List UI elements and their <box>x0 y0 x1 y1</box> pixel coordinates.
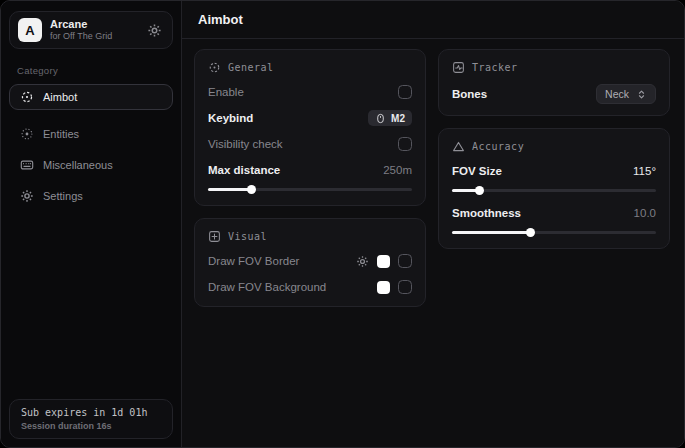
visibility-check-checkbox[interactable] <box>398 137 412 151</box>
bones-selected-value: Neck <box>605 88 629 100</box>
card-title: General <box>228 62 274 73</box>
fov-size-value: 115° <box>633 165 656 177</box>
fov-background-checkbox[interactable] <box>398 280 412 294</box>
card-title: Accuracy <box>472 141 524 152</box>
smoothness-value: 10.0 <box>634 207 656 219</box>
fov-size-slider[interactable] <box>452 186 656 195</box>
visibility-check-row: Visibility check <box>208 136 412 152</box>
sidebar-item-label: Settings <box>43 190 83 202</box>
sparkle-box-icon <box>208 230 221 243</box>
sidebar-nav: Aimbot Entities Miscellaneous Settings <box>9 84 173 209</box>
enable-label: Enable <box>208 86 244 98</box>
card-title: Tracker <box>472 62 518 73</box>
card-title: Visual <box>228 231 267 242</box>
chevrons-up-down-icon <box>636 89 647 100</box>
session-duration-text: Session duration 16s <box>21 421 161 431</box>
brand-gear-icon[interactable] <box>147 23 162 38</box>
category-label: Category <box>17 65 165 76</box>
fov-border-gear-icon[interactable] <box>356 255 369 268</box>
visibility-check-label: Visibility check <box>208 138 283 150</box>
sidebar-item-entities[interactable]: Entities <box>9 121 173 147</box>
fov-background-row: Draw FOV Background <box>208 279 412 295</box>
sidebar-item-label: Aimbot <box>43 91 77 103</box>
sidebar-item-aimbot[interactable]: Aimbot <box>9 84 173 110</box>
max-distance-row: Max distance 250m <box>208 162 412 178</box>
app-tagline: for Off The Grid <box>50 31 139 42</box>
fov-border-checkbox[interactable] <box>398 254 412 268</box>
enable-checkbox[interactable] <box>398 85 412 99</box>
max-distance-label: Max distance <box>208 164 280 176</box>
keybind-value: M2 <box>391 113 405 124</box>
triangle-icon <box>452 140 465 153</box>
radar-icon <box>20 127 34 141</box>
smoothness-label: Smoothness <box>452 207 521 219</box>
fov-border-row: Draw FOV Border <box>208 253 412 269</box>
tracker-card: Tracker Bones Neck <box>438 49 670 116</box>
enable-row: Enable <box>208 84 412 100</box>
page-title: Aimbot <box>198 12 243 27</box>
sidebar-item-label: Entities <box>43 128 79 140</box>
sidebar-item-label: Miscellaneous <box>43 159 113 171</box>
slider-thumb[interactable] <box>475 186 484 195</box>
subscription-info-card: Sub expires in 1d 01h Session duration 1… <box>9 399 173 439</box>
fov-background-label: Draw FOV Background <box>208 281 326 293</box>
smoothness-slider[interactable] <box>452 228 656 237</box>
max-distance-slider[interactable] <box>208 185 412 194</box>
keybind-button[interactable]: M2 <box>368 110 412 126</box>
mouse-icon <box>375 113 386 124</box>
smoothness-row: Smoothness 10.0 <box>452 205 656 221</box>
main-panel: Aimbot General Enable Ke <box>181 1 684 447</box>
sidebar-item-settings[interactable]: Settings <box>9 183 173 209</box>
fov-border-color-swatch[interactable] <box>377 255 390 268</box>
keybind-row: Keybind M2 <box>208 110 412 126</box>
gear-icon <box>20 189 34 203</box>
sub-expiry-text: Sub expires in 1d 01h <box>21 407 161 418</box>
visual-card: Visual Draw FOV Border Draw FOV Backgrou… <box>194 218 426 307</box>
pulse-box-icon <box>452 61 465 74</box>
crosshair-icon <box>208 61 221 74</box>
bones-row: Bones Neck <box>452 84 656 104</box>
app-logo: A <box>18 18 42 42</box>
app-name: Arcane <box>50 18 139 31</box>
fov-size-row: FOV Size 115° <box>452 163 656 179</box>
general-card: General Enable Keybind M2 <box>194 49 426 206</box>
slider-thumb[interactable] <box>526 228 535 237</box>
accuracy-card: Accuracy FOV Size 115° Smoothness 10.0 <box>438 128 670 249</box>
main-header: Aimbot <box>182 1 684 39</box>
fov-background-color-swatch[interactable] <box>377 281 390 294</box>
max-distance-value: 250m <box>383 164 412 176</box>
app-window: A Arcane for Off The Grid Category Aimbo… <box>0 0 685 448</box>
brand-card: A Arcane for Off The Grid <box>9 11 173 49</box>
keyboard-icon <box>20 158 34 172</box>
sidebar-item-miscellaneous[interactable]: Miscellaneous <box>9 152 173 178</box>
crosshair-icon <box>20 90 34 104</box>
bones-label: Bones <box>452 88 487 100</box>
slider-thumb[interactable] <box>247 185 256 194</box>
bones-select[interactable]: Neck <box>596 84 656 104</box>
main-content: General Enable Keybind M2 <box>182 39 684 317</box>
fov-border-label: Draw FOV Border <box>208 255 299 267</box>
sidebar: A Arcane for Off The Grid Category Aimbo… <box>1 1 181 447</box>
keybind-label: Keybind <box>208 112 253 124</box>
fov-size-label: FOV Size <box>452 165 502 177</box>
